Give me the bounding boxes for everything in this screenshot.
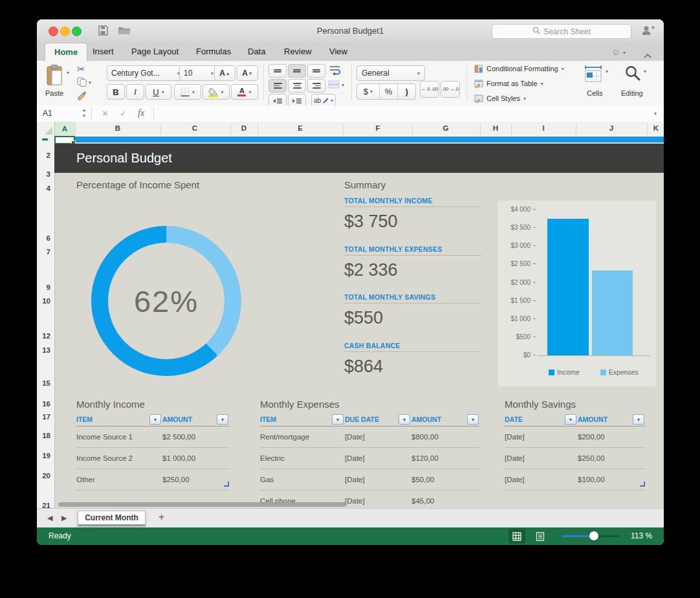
format-painter-icon[interactable] bbox=[76, 91, 87, 104]
row-header[interactable]: 21 bbox=[42, 502, 50, 508]
currency-style-button[interactable]: $▾ bbox=[357, 84, 380, 99]
filter-button[interactable]: ▼ bbox=[399, 414, 410, 425]
table-resize-handle[interactable] bbox=[224, 482, 229, 487]
enter-icon[interactable]: ✓ bbox=[120, 109, 127, 118]
cancel-icon[interactable]: ✕ bbox=[102, 109, 109, 118]
font-name-select[interactable]: Century Got...▾ bbox=[107, 65, 184, 81]
borders-button[interactable]: ▾ bbox=[174, 84, 201, 100]
monthly-expenses-table[interactable]: Monthly Expenses ITEM▼ DUE DATE▼ AMOUNT▼… bbox=[260, 399, 480, 508]
formula-input[interactable] bbox=[157, 107, 648, 120]
zoom-slider[interactable] bbox=[562, 535, 620, 537]
select-all-corner[interactable] bbox=[37, 122, 55, 137]
column-header-i[interactable]: I bbox=[542, 124, 544, 132]
next-sheet-icon[interactable]: ▶ bbox=[61, 514, 67, 522]
underline-button[interactable]: U▾ bbox=[146, 84, 171, 100]
horizontal-scrollbar[interactable] bbox=[58, 502, 346, 507]
monthly-income-table[interactable]: Monthly Income ITEM▼ AMOUNT▼ Income Sour… bbox=[76, 399, 230, 491]
tab-formulas[interactable]: Formulas bbox=[187, 43, 240, 61]
paste-dropdown-icon[interactable]: ▾ bbox=[67, 70, 69, 76]
summary-income[interactable]: TOTAL MONTHLY INCOME $3 750 bbox=[344, 197, 481, 232]
row-header[interactable]: 3 bbox=[47, 170, 50, 178]
row-header[interactable]: 20 bbox=[42, 472, 50, 480]
row-header[interactable]: 18 bbox=[42, 432, 50, 439]
row-header[interactable]: 16 bbox=[42, 400, 50, 408]
normal-view-button[interactable] bbox=[509, 529, 525, 544]
shrink-font-button[interactable]: A▼ bbox=[237, 65, 258, 81]
column-headers[interactable]: B C D E F G H I J K A bbox=[37, 122, 664, 137]
sheet-tab-current-month[interactable]: Current Month bbox=[78, 511, 146, 526]
comma-style-button[interactable]: ) bbox=[398, 84, 415, 99]
filter-button[interactable]: ▼ bbox=[565, 414, 576, 425]
cells-label[interactable]: Cells bbox=[587, 89, 602, 97]
conditional-formatting-button[interactable]: Conditional Formatting▾ bbox=[474, 64, 564, 73]
monthly-savings-table[interactable]: Monthly Savings DATE▼ AMOUNT▼ [Date]$200… bbox=[505, 399, 646, 491]
row-header[interactable]: 15 bbox=[42, 379, 50, 387]
filter-button[interactable]: ▼ bbox=[217, 414, 228, 425]
tab-review[interactable]: Review bbox=[275, 43, 321, 61]
align-middle-button[interactable] bbox=[288, 64, 306, 78]
table-row[interactable]: Rent/mortgage[Date]$800,00 bbox=[260, 426, 480, 448]
table-row[interactable]: Gas[Date]$50,00 bbox=[260, 469, 480, 491]
align-bottom-button[interactable] bbox=[307, 64, 325, 78]
align-left-button[interactable] bbox=[268, 79, 287, 93]
copy-dropdown-icon[interactable]: ▾ bbox=[89, 80, 91, 85]
row-header[interactable]: 6 bbox=[47, 234, 50, 242]
column-header-j[interactable]: J bbox=[609, 124, 613, 132]
bar-income[interactable] bbox=[547, 219, 589, 355]
row-header[interactable]: 9 bbox=[47, 283, 50, 291]
editing-label[interactable]: Editing bbox=[621, 89, 643, 97]
tab-insert[interactable]: Insert bbox=[83, 43, 123, 61]
paste-label[interactable]: Paste bbox=[45, 89, 63, 97]
font-color-button[interactable]: A ▾ bbox=[231, 84, 258, 100]
format-as-table-button[interactable]: Format as Table▾ bbox=[474, 79, 543, 88]
table-row[interactable]: Income Source 1$2 500,00 bbox=[76, 426, 230, 448]
editing-icon[interactable] bbox=[624, 65, 641, 84]
share-person-icon[interactable] bbox=[640, 25, 655, 39]
merge-center-icon[interactable] bbox=[328, 80, 340, 91]
italic-button[interactable]: I bbox=[126, 84, 144, 100]
row-header[interactable]: 12 bbox=[42, 332, 50, 340]
row-headers[interactable]: 2 3 4 6 7 9 10 12 13 15 16 17 18 19 20 2… bbox=[37, 137, 55, 508]
insert-function-icon[interactable]: fx bbox=[138, 108, 144, 118]
cells-dropdown-icon[interactable]: ▾ bbox=[606, 69, 608, 74]
search-sheet-input[interactable]: Search Sheet bbox=[492, 24, 631, 39]
column-header-a-selected[interactable]: A bbox=[54, 122, 75, 137]
tab-view[interactable]: View bbox=[320, 43, 356, 61]
smiley-dropdown-icon[interactable]: ▾ bbox=[623, 50, 626, 56]
name-box-stepper[interactable]: ▲▼ bbox=[82, 107, 86, 119]
cut-icon[interactable]: ✂ bbox=[77, 63, 85, 75]
row-header[interactable]: 19 bbox=[42, 452, 50, 460]
grow-font-button[interactable]: A▲ bbox=[214, 65, 235, 81]
filter-button[interactable]: ▼ bbox=[332, 414, 344, 425]
table-resize-handle[interactable] bbox=[640, 482, 645, 487]
row-header[interactable]: 13 bbox=[42, 346, 50, 354]
editing-dropdown-icon[interactable]: ▾ bbox=[644, 69, 646, 74]
merge-dropdown-icon[interactable]: ▾ bbox=[342, 82, 344, 88]
name-box[interactable]: A1 bbox=[43, 109, 52, 118]
percent-style-button[interactable]: % bbox=[380, 84, 399, 99]
zoom-slider-knob[interactable] bbox=[589, 531, 598, 540]
add-sheet-button[interactable]: + bbox=[159, 511, 164, 523]
row-header[interactable]: 7 bbox=[47, 248, 50, 256]
summary-cash-balance[interactable]: CASH BALANCE $864 bbox=[344, 342, 481, 377]
worksheet[interactable]: B C D E F G H I J K A 2 3 4 6 7 9 10 12 … bbox=[37, 122, 664, 508]
filter-button[interactable]: ▼ bbox=[633, 414, 644, 425]
copy-icon[interactable] bbox=[77, 77, 87, 89]
donut-chart[interactable]: 62% bbox=[91, 226, 241, 376]
cell-styles-button[interactable]: Cell Styles▾ bbox=[474, 94, 526, 103]
number-format-select[interactable]: General▾ bbox=[356, 65, 425, 81]
increase-decimal-button[interactable]: ←.0 .00 bbox=[420, 81, 439, 98]
prev-sheet-icon[interactable]: ◀ bbox=[47, 514, 52, 522]
table-row[interactable]: [Date]$200,00 bbox=[505, 426, 646, 448]
summary-savings[interactable]: TOTAL MONTHLY SAVINGS $550 bbox=[344, 293, 481, 328]
decrease-decimal-button[interactable]: .00 →.0 bbox=[441, 81, 460, 98]
tab-home[interactable]: Home bbox=[45, 43, 87, 61]
tab-data[interactable]: Data bbox=[239, 43, 274, 61]
column-header-k[interactable]: K bbox=[653, 124, 659, 132]
page-layout-view-button[interactable] bbox=[532, 529, 549, 544]
align-center-button[interactable] bbox=[288, 79, 306, 93]
column-header-f[interactable]: F bbox=[375, 124, 380, 132]
row-header[interactable]: 10 bbox=[42, 297, 50, 305]
table-row[interactable]: Other$250,00 bbox=[76, 469, 230, 491]
cells-icon[interactable] bbox=[584, 65, 603, 85]
